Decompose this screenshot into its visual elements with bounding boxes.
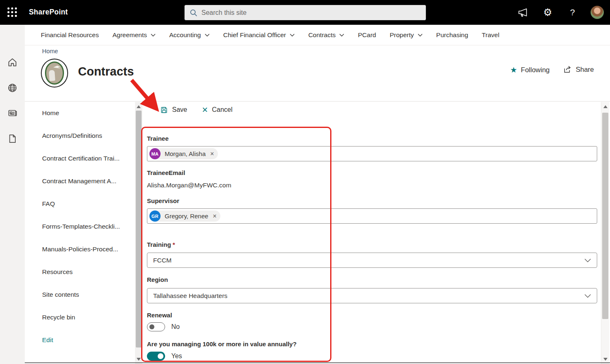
star-icon: ★ xyxy=(510,65,517,74)
share-button[interactable]: Share xyxy=(563,65,594,73)
settings-button[interactable]: ⚙ xyxy=(538,0,558,25)
renewal-toggle-row: No xyxy=(147,322,180,331)
document-icon[interactable] xyxy=(7,133,18,144)
required-asterisk: * xyxy=(173,241,175,248)
help-button[interactable]: ? xyxy=(563,0,582,25)
trainee-label: Trainee xyxy=(147,135,169,142)
sidebar-item-acronyms-definitions[interactable]: Acronyms/Definitions xyxy=(25,124,135,147)
app-top-bar: SharePoint ⚙ ? xyxy=(0,0,610,25)
search-input[interactable] xyxy=(201,9,421,17)
remove-person-icon[interactable]: × xyxy=(213,213,217,220)
form-command-bar: Save × Cancel xyxy=(143,102,232,115)
nav-financial-resources[interactable]: Financial Resources xyxy=(41,31,99,39)
site-logo[interactable] xyxy=(41,59,68,87)
chevron-down-icon xyxy=(151,33,156,37)
help-icon: ? xyxy=(570,7,575,17)
sidebar-item-contract-certification-training[interactable]: Contract Certification Trai... xyxy=(25,147,135,170)
remove-person-icon[interactable]: × xyxy=(210,151,214,157)
main-scrollbar[interactable] xyxy=(601,102,609,364)
sidebar-item-faq[interactable]: FAQ xyxy=(25,192,135,215)
sidebar-scrollbar[interactable] xyxy=(135,102,142,364)
window-bottom-edge xyxy=(25,362,610,363)
nav-agreements[interactable]: Agreements xyxy=(112,31,156,39)
person-pill-trainee[interactable]: MA Morgan, Alisha × xyxy=(149,148,218,159)
sidebar-item-forms-templates-checklists[interactable]: Forms-Templates-Checkli... xyxy=(25,215,135,238)
scroll-down-arrow-icon[interactable] xyxy=(137,358,141,361)
news-icon[interactable] xyxy=(7,108,18,118)
sidebar-item-contract-management[interactable]: Contract Management A... xyxy=(25,170,135,192)
global-nav-rail xyxy=(0,25,25,364)
sidebar-item-home[interactable]: Home xyxy=(25,102,135,124)
page-title: Contracts xyxy=(78,65,134,78)
sidebar-item-resources[interactable]: Resources xyxy=(25,260,135,283)
cancel-button[interactable]: × Cancel xyxy=(202,105,232,115)
scrollbar-thumb[interactable] xyxy=(136,111,142,347)
search-icon xyxy=(190,9,197,17)
managing-100k-label: Are you managing 100k or more in value a… xyxy=(147,340,297,347)
managing-100k-toggle-row: Yes xyxy=(147,352,182,361)
chevron-down-icon xyxy=(205,33,210,37)
trainee-email-label: TraineeEmail xyxy=(147,169,185,176)
sharepoint-brand[interactable]: SharePoint xyxy=(29,8,68,17)
managing-100k-toggle[interactable] xyxy=(147,352,165,361)
scroll-up-arrow-icon[interactable] xyxy=(137,105,141,108)
renewal-toggle[interactable] xyxy=(147,322,165,331)
supervisor-people-picker[interactable]: GR Gregory, Renee × xyxy=(147,208,597,224)
supervisor-label: Supervisor xyxy=(147,197,179,204)
nav-chief-financial-officer[interactable]: Chief Financial Officer xyxy=(223,31,295,39)
training-dropdown[interactable]: FCCM xyxy=(147,253,597,268)
nav-accounting[interactable]: Accounting xyxy=(169,31,210,39)
persona-initials: GR xyxy=(149,210,161,222)
nav-travel[interactable]: Travel xyxy=(482,31,499,39)
nav-contracts[interactable]: Contracts xyxy=(308,31,344,39)
gear-icon: ⚙ xyxy=(543,7,552,17)
sidebar-edit-link[interactable]: Edit xyxy=(25,329,135,351)
sidebar-item-site-contents[interactable]: Site contents xyxy=(25,283,135,306)
megaphone-icon xyxy=(518,7,528,18)
chevron-down-icon xyxy=(339,33,344,37)
chevron-down-icon xyxy=(584,258,591,262)
sidebar-item-manuals-policies-procedures[interactable]: Manuals-Policies-Proced... xyxy=(25,238,135,260)
breadcrumb-home-link[interactable]: Home xyxy=(42,48,58,54)
training-label: Training* xyxy=(147,241,175,248)
region-dropdown[interactable]: Tallahassee Headquarters xyxy=(147,288,597,303)
chevron-down-icon xyxy=(584,294,591,298)
globe-icon[interactable] xyxy=(7,83,18,93)
sidebar-item-recycle-bin[interactable]: Recycle bin xyxy=(25,306,135,329)
managing-100k-value: Yes xyxy=(171,352,182,360)
persona-name: Gregory, Renee xyxy=(165,213,208,220)
save-button[interactable]: Save xyxy=(160,106,187,114)
renewal-value: No xyxy=(171,323,180,331)
megaphone-button[interactable] xyxy=(513,0,533,25)
persona-initials: MA xyxy=(149,148,161,159)
site-navigation: Financial Resources Agreements Accountin… xyxy=(25,25,610,45)
chevron-down-icon xyxy=(418,33,423,37)
fwc-badge xyxy=(45,61,64,85)
nav-property[interactable]: Property xyxy=(390,31,423,39)
person-pill-supervisor[interactable]: GR Gregory, Renee × xyxy=(149,210,220,222)
renewal-label: Renewal xyxy=(147,312,172,319)
following-button[interactable]: ★ Following xyxy=(510,65,550,74)
home-icon[interactable] xyxy=(7,57,18,68)
persona-name: Morgan, Alisha xyxy=(165,150,206,157)
trainee-people-picker[interactable]: MA Morgan, Alisha × xyxy=(147,146,597,161)
user-avatar[interactable] xyxy=(591,6,604,19)
nav-purchasing[interactable]: Purchasing xyxy=(436,31,468,39)
app-launcher-waffle-icon[interactable] xyxy=(7,7,18,18)
nav-pcard[interactable]: PCard xyxy=(358,31,376,39)
site-search-box[interactable] xyxy=(184,5,426,20)
save-icon xyxy=(160,106,168,114)
scrollbar-thumb[interactable] xyxy=(602,113,608,319)
trainee-email-value: Alisha.Morgan@MyFWC.com xyxy=(147,182,231,189)
share-icon xyxy=(563,65,572,73)
scroll-down-arrow-icon[interactable] xyxy=(603,358,608,361)
chevron-down-icon xyxy=(290,33,295,37)
region-label: Region xyxy=(147,276,168,283)
scroll-up-arrow-icon[interactable] xyxy=(603,105,608,108)
close-icon: × xyxy=(202,105,208,115)
site-sidebar: Home Acronyms/Definitions Contract Certi… xyxy=(25,102,135,362)
